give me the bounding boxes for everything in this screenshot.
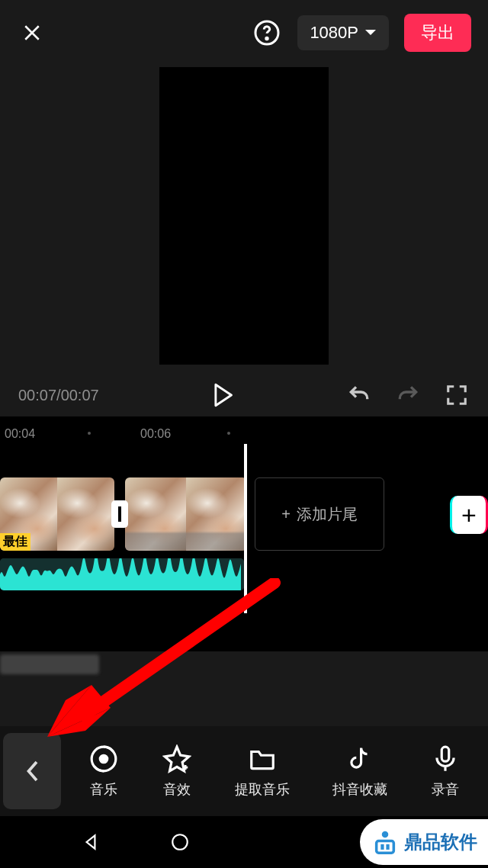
ruler-tick: 00:06	[140, 427, 171, 441]
play-icon	[212, 383, 233, 407]
redo-button[interactable]	[395, 382, 421, 408]
video-clip[interactable]: 最佳	[0, 477, 114, 551]
close-icon	[21, 21, 43, 44]
watermark-badge: 鼎品软件	[360, 819, 488, 865]
export-label: 导出	[421, 23, 454, 42]
svg-rect-9	[441, 747, 449, 761]
timeline-tracks[interactable]: 最佳 + 添加片尾 +	[0, 453, 488, 651]
watermark-text: 鼎品软件	[404, 830, 477, 854]
video-clip[interactable]	[125, 477, 247, 551]
transition-icon	[118, 506, 121, 522]
undo-icon	[347, 383, 371, 407]
svg-point-1	[266, 37, 268, 39]
playback-bar: 00:07/00:07	[0, 374, 488, 416]
svg-point-8	[100, 755, 108, 763]
transition-button[interactable]	[111, 500, 128, 528]
export-button[interactable]: 导出	[404, 14, 471, 52]
resolution-label: 1080P	[310, 23, 358, 43]
playhead[interactable]	[244, 444, 247, 613]
douyin-icon	[345, 744, 374, 773]
redo-icon	[396, 383, 420, 407]
add-ending-button[interactable]: + 添加片尾	[255, 477, 384, 551]
tool-label: 提取音乐	[235, 780, 290, 799]
svg-point-10	[172, 834, 188, 850]
chevron-left-icon	[25, 760, 39, 783]
add-clip-button[interactable]: +	[450, 496, 488, 534]
editor-header: 1080P 导出	[0, 0, 488, 66]
circle-home-icon	[170, 832, 190, 852]
music-disc-icon	[89, 744, 118, 773]
audio-waveform	[0, 558, 244, 590]
folder-icon	[248, 744, 277, 773]
toolbar-back-button[interactable]	[3, 733, 61, 809]
svg-rect-12	[377, 841, 394, 854]
fullscreen-button[interactable]	[444, 382, 470, 408]
tool-douyin-favorites[interactable]: 抖音收藏	[332, 744, 387, 799]
close-button[interactable]	[17, 18, 47, 48]
tool-music[interactable]: 音乐	[88, 744, 119, 799]
tool-label: 音效	[163, 780, 191, 799]
clip-overlay-text: 最佳	[0, 533, 30, 551]
audio-clip-label	[0, 654, 99, 674]
undo-button[interactable]	[346, 382, 372, 408]
play-button[interactable]	[212, 383, 233, 407]
help-button[interactable]	[252, 18, 282, 48]
triangle-back-icon	[81, 832, 101, 852]
tool-label: 抖音收藏	[332, 780, 387, 799]
fullscreen-icon	[445, 384, 468, 407]
mic-icon	[431, 744, 460, 773]
watermark-logo-icon	[372, 829, 398, 855]
nav-home[interactable]	[170, 832, 190, 852]
video-track[interactable]: 最佳 + 添加片尾	[0, 477, 384, 551]
plus-icon: +	[281, 506, 291, 523]
system-navbar: 鼎品软件	[0, 816, 488, 868]
preview-area	[0, 66, 488, 374]
video-preview[interactable]	[159, 67, 329, 365]
tool-sound-effect[interactable]: 音效	[162, 744, 192, 799]
tool-label: 音乐	[90, 780, 117, 799]
star-icon	[162, 744, 191, 773]
svg-point-11	[382, 831, 389, 838]
plus-icon: +	[461, 500, 477, 530]
nav-back[interactable]	[81, 832, 101, 852]
tool-label: 录音	[432, 780, 459, 799]
add-ending-label: 添加片尾	[297, 504, 358, 525]
bottom-toolbar: 音乐 音效 提取音乐 抖音收藏 录音	[0, 726, 488, 816]
svg-rect-14	[386, 844, 389, 850]
timecode: 00:07/00:07	[18, 387, 99, 404]
resolution-selector[interactable]: 1080P	[297, 15, 389, 50]
chevron-down-icon	[364, 28, 377, 37]
tool-extract-music[interactable]: 提取音乐	[235, 744, 290, 799]
help-icon	[253, 19, 281, 47]
ruler-dot	[88, 432, 91, 435]
toolbar-items: 音乐 音效 提取音乐 抖音收藏 录音	[61, 744, 488, 799]
svg-rect-2	[118, 506, 121, 522]
svg-rect-13	[380, 844, 384, 850]
audio-track[interactable]	[0, 558, 244, 590]
tool-record[interactable]: 录音	[430, 744, 461, 799]
ruler-tick: 00:04	[5, 427, 35, 441]
ruler-dot	[227, 432, 230, 435]
